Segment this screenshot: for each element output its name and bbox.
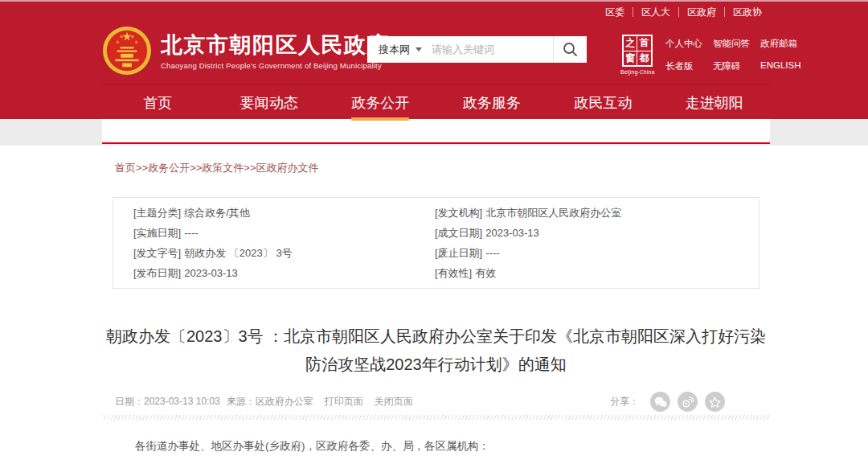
quick-link-accessibility[interactable]: 无障碍 [713,60,750,72]
nav-item-about-chaoyang[interactable]: 走进朝阳 [659,85,771,121]
meta-row-doc-number: [发文字号]朝政办发 〔2023〕 3号 [133,243,435,263]
meta-value: ---- [184,227,198,239]
meta-row-written-date: [成文日期]2023-03-13 [435,223,621,243]
top-link-district-cppcc[interactable]: 区政协 [724,7,770,17]
page-title: 朝政办发〔2023〕3号 ：北京市朝阳区人民政府办公室关于印发《北京市朝阳区深入… [105,322,767,379]
quick-link-senior-version[interactable]: 长者版 [665,60,702,72]
meta-row-validity: [有效性]有效 [435,263,621,283]
meta-column-right: [发文机构]北京市朝阳区人民政府办公室 [成文日期]2023-03-13 [废止… [435,203,621,283]
meta-label: [发文机构] [435,207,482,219]
favorite-star-icon [709,396,721,408]
wechat-icon [654,396,667,408]
close-page-link[interactable]: 关闭页面 [375,395,413,409]
meta-column-left: [主题分类]综合政务/其他 [实施日期]---- [发文字号]朝政办发 〔202… [133,203,435,283]
meta-label: [实施日期] [133,227,181,239]
main-nav: 首页 要闻动态 政务公开 政务服务 政民互动 走进朝阳 [102,84,770,121]
meta-label: [有效性] [435,267,472,279]
quick-link-gov-mailbox[interactable]: 政府邮箱 [760,38,801,50]
weibo-icon [682,396,694,408]
search-icon [563,42,578,57]
site-title: 北京市朝阳区人民政府 [161,31,390,59]
subheader-red-line [102,119,770,144]
share-weibo-button[interactable] [678,392,698,412]
meta-row-repeal-date: [废止日期]---- [435,243,621,263]
header-main: 北京市朝阳区人民政府 Chaoyang District People's Go… [0,23,868,84]
nav-item-label: 要闻动态 [240,93,298,113]
meta-label: [废止日期] [435,247,482,259]
chevron-down-icon [416,47,422,51]
search-box: 搜本网 [367,36,587,63]
meta-label: [发布日期] [133,267,181,279]
national-emblem-icon [102,26,152,76]
capital-window-seal-icon: 之 首 窗 都 [622,35,653,67]
search-scope-label: 搜本网 [379,43,410,57]
nav-item-home[interactable]: 首页 [102,85,214,121]
nav-item-label: 政务公开 [351,93,409,113]
share-wechat-button[interactable] [650,392,670,412]
subheader-strip [0,119,868,146]
article-date: 日期：2023-03-13 10:03 [115,395,220,409]
meta-row-publish-date: [发布日期]2023-03-13 [133,263,435,283]
nav-item-gov-disclosure[interactable]: 政务公开 [325,85,436,121]
site-header: 区委 区人大 区政府 区政协 [0,0,868,119]
search-scope-select[interactable]: 搜本网 [367,36,432,63]
content: 首页>>政务公开>>政策文件>>区政府办文件 [主题分类]综合政务/其他 [实施… [102,146,770,454]
article-body-text: 各街道办事处、地区办事处(乡政府)，区政府各委、办、局，各区属机构： [135,439,770,454]
meta-value: ---- [485,247,499,259]
page: 区委 区人大 区政府 区政协 [0,0,868,454]
search-button[interactable] [553,36,587,63]
nav-item-public-interaction[interactable]: 政民互动 [547,85,659,121]
capital-window-logo[interactable]: 之 首 窗 都 Beijing-China [620,35,655,75]
brand-text: 北京市朝阳区人民政府 Chaoyang District People's Go… [161,31,390,70]
quick-link-english[interactable]: ENGLISH [760,60,801,72]
nav-item-label: 首页 [143,93,172,113]
top-link-district-congress[interactable]: 区人大 [633,7,678,17]
search-input[interactable] [432,36,553,63]
document-meta-box: [主题分类]综合政务/其他 [实施日期]---- [发文字号]朝政办发 〔202… [113,197,760,289]
share-label: 分享： [610,395,639,409]
cw-char: 都 [637,51,651,66]
meta-value: 2023-03-13 [184,267,238,279]
top-link-district-committee[interactable]: 区委 [597,7,633,17]
cw-char: 窗 [624,51,637,66]
meta-row-issuing-agency: [发文机构]北京市朝阳区人民政府办公室 [435,203,621,223]
meta-value: 2023-03-13 [485,227,539,239]
meta-value: 有效 [475,267,496,279]
capital-window-caption: Beijing-China [620,69,655,75]
nav-item-label: 走进朝阳 [686,93,743,113]
breadcrumb[interactable]: 首页>>政务公开>>政策文件>>区政府办文件 [102,146,770,175]
quick-links: 个人中心 智能问答 政府邮箱 长者版 无障碍 ENGLISH [665,38,801,72]
meta-value: 朝政办发 〔2023〕 3号 [184,247,292,259]
meta-label: [发文字号] [133,247,181,259]
top-link-district-government[interactable]: 区政府 [678,7,724,17]
cw-char: 之 [624,36,637,51]
meta-label: [主题分类] [133,207,181,219]
site-subtitle: Chaoyang District People's Government of… [161,61,390,70]
article-meta-row: 日期：2023-03-13 10:03 来源：区政府办公室 打印页面 关闭页面 … [102,392,770,412]
top-bar: 区委 区人大 区政府 区政协 [0,2,868,23]
meta-value: 综合政务/其他 [184,207,250,219]
nav-item-label: 政务服务 [463,93,521,113]
share-group: 分享： [610,392,725,412]
active-tab-underline [351,117,409,121]
quick-link-personal-center[interactable]: 个人中心 [665,38,702,50]
meta-label: [成文日期] [435,227,482,239]
nav-item-label: 政民互动 [574,93,632,113]
nav-item-gov-services[interactable]: 政务服务 [436,85,548,121]
site-logo[interactable]: 北京市朝阳区人民政府 Chaoyang District People's Go… [102,26,390,76]
hatched-divider [102,415,770,420]
article-source: 来源：区政府办公室 [227,395,313,409]
meta-row-implementation-date: [实施日期]---- [133,223,435,243]
print-page-link[interactable]: 打印页面 [325,395,363,409]
share-favorite-button[interactable] [705,392,725,412]
meta-value: 北京市朝阳区人民政府办公室 [485,207,621,219]
nav-item-news[interactable]: 要闻动态 [214,85,326,121]
cw-char: 首 [637,36,651,51]
meta-row-topic: [主题分类]综合政务/其他 [133,203,435,223]
quick-link-smart-qa[interactable]: 智能问答 [713,38,750,50]
